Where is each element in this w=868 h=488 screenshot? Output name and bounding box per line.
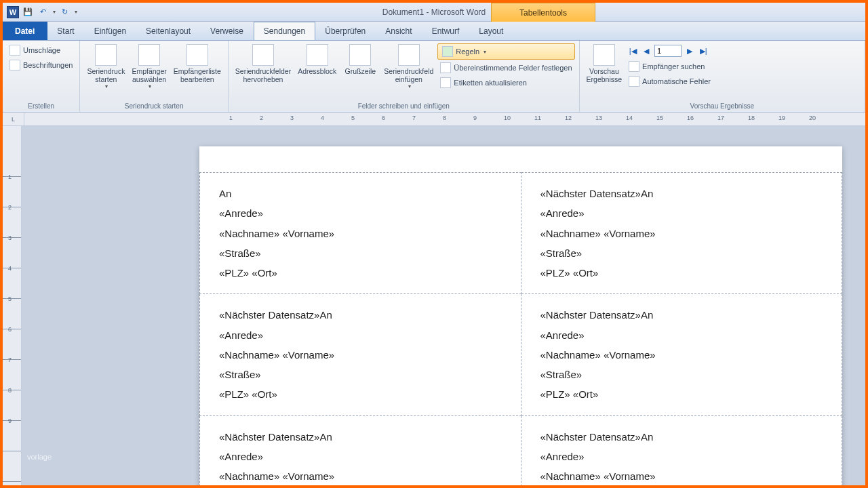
merge-field-icon (398, 44, 420, 66)
tab-view[interactable]: Ansicht (376, 22, 422, 40)
chevron-down-icon: ▾ (105, 83, 108, 89)
group-create: Umschläge Beschriftungen Erstellen (3, 41, 80, 112)
greeting-line-button[interactable]: Grußzeile (340, 42, 380, 77)
document-area: 123456789 An«Anrede»«Nachname» «Vorname»… (3, 126, 865, 485)
vertical-ruler[interactable]: 123456789 (3, 126, 22, 485)
merge-field-line: «Anrede» (219, 447, 502, 466)
first-record-button[interactable]: |◀ (627, 45, 638, 56)
find-recipient-button[interactable]: Empfänger suchen (626, 60, 713, 73)
rules-label: Regeln (456, 47, 479, 56)
envelope-icon (9, 45, 20, 56)
match-fields-label: Übereinstimmende Felder festlegen (454, 64, 572, 72)
match-icon (440, 62, 451, 73)
tab-selector[interactable]: L (3, 113, 24, 125)
update-labels-label: Etiketten aktualisieren (454, 79, 527, 87)
group-create-label: Erstellen (7, 101, 75, 112)
auto-check-label: Automatische Fehler (642, 77, 711, 85)
merge-field-line: «PLZ» «Ort» (219, 384, 502, 404)
recipients-icon (138, 44, 160, 66)
merge-field-line: «Nachname» «Vorname» (219, 466, 502, 485)
qat-customize-icon[interactable]: ▾ (75, 9, 77, 15)
last-record-button[interactable]: ▶| (698, 45, 709, 56)
merge-field-line: «Nächster Datensatz»An (219, 305, 502, 325)
undo-dropdown-icon[interactable]: ▾ (53, 9, 56, 15)
merge-field-line: «Nachname» «Vorname» (219, 224, 502, 243)
merge-field-line: «Anrede» (540, 203, 823, 223)
redo-icon[interactable]: ↻ (58, 6, 71, 18)
find-recipient-label: Empfänger suchen (642, 62, 705, 70)
tab-design[interactable]: Entwurf (422, 22, 470, 40)
update-icon (440, 77, 451, 88)
watermark-text: vorlage (27, 453, 52, 461)
start-mailmerge-button[interactable]: Seriendruck starten▾ (84, 42, 127, 92)
merge-field-line: «Nachname» «Vorname» (219, 345, 502, 365)
envelopes-button[interactable]: Umschläge (7, 43, 63, 57)
next-record-button[interactable]: ▶ (684, 45, 695, 56)
group-start-mailmerge: Seriendruck starten▾ Empfänger auswählen… (80, 41, 228, 112)
contextual-tab-header: Tabellentools (491, 3, 595, 22)
group-preview-results-label: Vorschau Ergebnisse (584, 101, 861, 112)
labels-button[interactable]: Beschriftungen (7, 58, 75, 72)
tab-mailings[interactable]: Sendungen (254, 22, 315, 40)
group-write-insert-fields-label: Felder schreiben und einfügen (233, 101, 575, 112)
merge-field-line: «Anrede» (540, 447, 823, 466)
prev-record-button[interactable]: ◀ (641, 45, 652, 56)
merge-field-line: «Anrede» (219, 325, 502, 345)
tab-file[interactable]: Datei (3, 22, 47, 40)
address-icon (307, 44, 328, 66)
chevron-down-icon: ▾ (484, 49, 486, 55)
merge-field-line: «Nachname» «Vorname» (540, 466, 823, 485)
merge-field-line: «Straße» (540, 365, 823, 384)
tab-insert[interactable]: Einfügen (85, 22, 136, 40)
tab-layout[interactable]: Layout (469, 22, 513, 40)
label-cell[interactable]: «Nächster Datensatz»An«Anrede»«Nachname»… (200, 294, 521, 415)
label-cell[interactable]: An«Anrede»«Nachname» «Vorname»«Straße»«P… (200, 173, 521, 294)
mailmerge-icon (95, 44, 117, 66)
edit-recipient-list-button[interactable]: Empfängerliste bearbeiten (171, 42, 224, 85)
greeting-icon (349, 44, 371, 66)
ribbon-tabs: Datei Start Einfügen Seitenlayout Verwei… (3, 22, 865, 41)
merge-field-line: «Straße» (540, 243, 823, 263)
ribbon: Umschläge Beschriftungen Erstellen Serie… (3, 41, 865, 113)
merge-field-line: «Straße» (219, 243, 502, 263)
word-app-icon[interactable]: W (7, 6, 19, 18)
tab-review[interactable]: Überprüfen (315, 22, 376, 40)
rules-button[interactable]: Regeln▾ (437, 43, 574, 60)
save-icon[interactable]: 💾 (22, 6, 34, 18)
auto-check-errors-button[interactable]: Automatische Fehler (626, 75, 713, 88)
merge-field-line: «Straße» (219, 365, 502, 384)
group-start-mailmerge-label: Seriendruck starten (84, 101, 223, 112)
match-fields-button[interactable]: Übereinstimmende Felder festlegen (437, 61, 574, 75)
label-cell[interactable]: «Nächster Datensatz»An«Anrede»«Nachname»… (521, 415, 842, 485)
label-cell[interactable]: «Nächster Datensatz»An«Anrede»«Nachname»… (521, 173, 842, 294)
label-cell[interactable]: «Nächster Datensatz»An«Anrede»«Nachname»… (521, 294, 842, 415)
insert-merge-field-button[interactable]: Seriendruckfeld einfügen▾ (381, 42, 436, 92)
tab-page-layout[interactable]: Seitenlayout (136, 22, 201, 40)
tab-references[interactable]: Verweise (201, 22, 254, 40)
label-cell[interactable]: «Nächster Datensatz»An«Anrede»«Nachname»… (200, 415, 521, 485)
labels-icon (9, 60, 20, 70)
tab-start[interactable]: Start (47, 22, 84, 40)
address-block-button[interactable]: Adressblock (295, 42, 339, 77)
document-page[interactable]: An«Anrede»«Nachname» «Vorname»«Straße»«P… (199, 146, 842, 485)
select-recipients-button[interactable]: Empfänger auswählen▾ (129, 42, 169, 92)
merge-field-line: «PLZ» «Ort» (540, 384, 823, 404)
merge-field-line: «Nachname» «Vorname» (540, 224, 823, 243)
chevron-down-icon: ▾ (149, 83, 151, 89)
window-title: Dokument1 - Microsoft Word (382, 7, 486, 17)
chevron-down-icon: ▾ (408, 83, 411, 89)
update-labels-button[interactable]: Etiketten aktualisieren (437, 76, 574, 89)
envelopes-label: Umschläge (23, 46, 60, 54)
merge-field-line: «Nächster Datensatz»An (540, 427, 823, 447)
page-viewport[interactable]: An«Anrede»«Nachname» «Vorname»«Straße»«P… (22, 126, 865, 485)
undo-icon[interactable]: ↶ (37, 6, 49, 18)
highlight-merge-fields-button[interactable]: Seriendruckfelder hervorheben (233, 42, 294, 85)
edit-list-icon (186, 44, 208, 66)
title-bar: W 💾 ↶ ▾ ↻ ▾ Dokument1 - Microsoft Word T… (3, 3, 865, 22)
record-number-input[interactable] (654, 45, 682, 57)
preview-results-button[interactable]: Vorschau Ergebnisse (584, 42, 625, 85)
merge-field-line: «Anrede» (540, 325, 823, 345)
error-check-icon (629, 76, 639, 87)
horizontal-ruler-row: L 1234567891011121314151617181920 (3, 113, 865, 126)
merge-field-line: «Nächster Datensatz»An (540, 184, 823, 203)
